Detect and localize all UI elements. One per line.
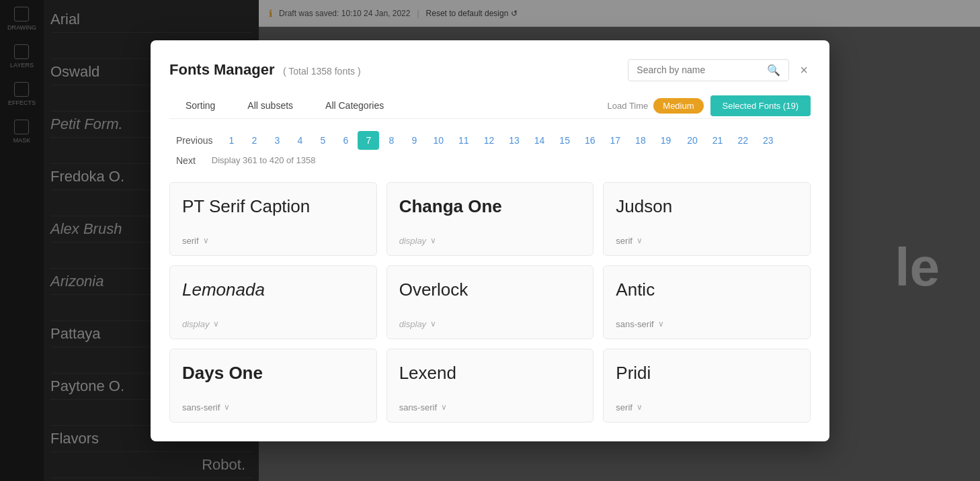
search-box[interactable]: 🔍 <box>628 59 789 81</box>
font-card-3[interactable]: Lemonada display ∨ <box>169 265 377 339</box>
font-card-4[interactable]: Overlock display ∨ <box>386 265 594 339</box>
font-card-0[interactable]: PT Serif Caption serif ∨ <box>169 182 377 256</box>
page-19-button[interactable]: 19 <box>654 131 678 150</box>
font-category-row-5: sans-serif ∨ <box>616 319 798 329</box>
font-card-7[interactable]: Lexend sans-serif ∨ <box>386 349 594 423</box>
chevron-down-icon-5[interactable]: ∨ <box>658 319 664 329</box>
page-20-button[interactable]: 20 <box>680 131 704 150</box>
search-input[interactable] <box>637 64 762 75</box>
font-category-6: sans-serif <box>182 402 220 412</box>
modal-title-group: Fonts Manager ( Total 1358 fonts ) <box>169 61 361 79</box>
tabs-row: Sorting All subsets All Categories Load … <box>169 93 811 119</box>
selected-fonts-button[interactable]: Selected Fonts (19) <box>710 95 811 116</box>
page-3-button[interactable]: 3 <box>266 131 288 150</box>
page-10-button[interactable]: 10 <box>426 131 450 150</box>
font-category-1: display <box>399 236 426 246</box>
page-7-button[interactable]: 7 <box>358 131 379 150</box>
font-category-5: sans-serif <box>616 319 653 329</box>
fonts-manager-modal: Fonts Manager ( Total 1358 fonts ) 🔍 × S… <box>151 40 829 441</box>
page-9-button[interactable]: 9 <box>403 131 425 150</box>
chevron-down-icon-8[interactable]: ∨ <box>637 402 643 412</box>
page-18-button[interactable]: 18 <box>628 131 653 150</box>
tab-sorting[interactable]: Sorting <box>169 93 231 119</box>
close-button[interactable]: × <box>797 60 811 79</box>
font-card-1[interactable]: Changa One display ∨ <box>386 182 594 256</box>
font-card-6[interactable]: Days One sans-serif ∨ <box>169 349 377 423</box>
page-14-button[interactable]: 14 <box>528 131 552 150</box>
font-name-7: Lexend <box>399 363 581 384</box>
chevron-down-icon-3[interactable]: ∨ <box>213 319 219 329</box>
page-15-button[interactable]: 15 <box>553 131 577 150</box>
previous-button[interactable]: Previous <box>169 131 219 150</box>
page-2-button[interactable]: 2 <box>243 131 265 150</box>
chevron-down-icon-1[interactable]: ∨ <box>430 236 436 245</box>
page-23-button[interactable]: 23 <box>756 131 780 150</box>
page-11-button[interactable]: 11 <box>452 131 476 150</box>
page-12-button[interactable]: 12 <box>477 131 501 150</box>
next-button[interactable]: Next <box>169 151 202 170</box>
font-category-0: serif <box>182 236 199 246</box>
font-category-3: display <box>182 319 209 329</box>
font-name-5: Antic <box>616 279 798 300</box>
chevron-down-icon-6[interactable]: ∨ <box>224 402 230 412</box>
font-category-row-3: display ∨ <box>182 319 364 329</box>
tab-all-subsets[interactable]: All subsets <box>231 93 309 119</box>
chevron-down-icon-0[interactable]: ∨ <box>203 236 209 245</box>
font-category-row-2: serif ∨ <box>616 236 798 246</box>
font-category-row-8: serif ∨ <box>616 402 798 412</box>
page-4-button[interactable]: 4 <box>289 131 311 150</box>
font-card-5[interactable]: Antic sans-serif ∨ <box>603 265 811 339</box>
page-16-button[interactable]: 16 <box>578 131 602 150</box>
font-category-row-7: sans-serif ∨ <box>399 402 581 412</box>
modal-backdrop: Fonts Manager ( Total 1358 fonts ) 🔍 × S… <box>0 0 980 481</box>
font-category-7: sans-serif <box>399 402 437 412</box>
font-name-0: PT Serif Caption <box>182 196 364 217</box>
font-category-4: display <box>399 319 426 329</box>
font-card-8[interactable]: Pridi serif ∨ <box>603 349 811 423</box>
modal-header: Fonts Manager ( Total 1358 fonts ) 🔍 × <box>169 59 811 81</box>
font-category-row-6: sans-serif ∨ <box>182 402 364 412</box>
font-name-4: Overlock <box>399 279 581 300</box>
chevron-down-icon-7[interactable]: ∨ <box>441 402 447 412</box>
chevron-down-icon-4[interactable]: ∨ <box>430 319 436 329</box>
pagination: Previous 1 2 3 4 5 6 7 8 9 10 11 12 13 1… <box>169 131 811 170</box>
medium-badge: Medium <box>653 98 703 114</box>
tab-all-categories[interactable]: All Categories <box>309 93 400 119</box>
font-card-2[interactable]: Judson serif ∨ <box>603 182 811 256</box>
font-category-8: serif <box>616 402 632 412</box>
font-name-3: Lemonada <box>182 279 364 300</box>
font-category-row-4: display ∨ <box>399 319 581 329</box>
load-time-label: Load Time <box>608 101 649 111</box>
font-category-row-0: serif ∨ <box>182 236 364 246</box>
font-category-row-1: display ∨ <box>399 236 581 246</box>
font-name-1: Changa One <box>399 196 581 217</box>
page-13-button[interactable]: 13 <box>502 131 526 150</box>
search-icon: 🔍 <box>767 64 780 77</box>
page-22-button[interactable]: 22 <box>731 131 755 150</box>
page-5-button[interactable]: 5 <box>312 131 333 150</box>
page-8-button[interactable]: 8 <box>380 131 402 150</box>
modal-total-count: ( Total 1358 fonts ) <box>283 66 361 77</box>
modal-header-right: 🔍 × <box>628 59 811 81</box>
font-name-8: Pridi <box>616 363 798 384</box>
font-category-2: serif <box>616 236 632 246</box>
modal-title: Fonts Manager <box>169 61 274 78</box>
page-1-button[interactable]: 1 <box>220 131 242 150</box>
font-name-6: Days One <box>182 363 364 384</box>
page-17-button[interactable]: 17 <box>604 131 628 150</box>
font-name-2: Judson <box>616 196 798 217</box>
display-info: Display 361 to 420 of 1358 <box>212 155 316 165</box>
page-6-button[interactable]: 6 <box>335 131 356 150</box>
font-grid: PT Serif Caption serif ∨ Changa One disp… <box>169 182 811 423</box>
page-21-button[interactable]: 21 <box>706 131 730 150</box>
chevron-down-icon-2[interactable]: ∨ <box>637 236 643 245</box>
